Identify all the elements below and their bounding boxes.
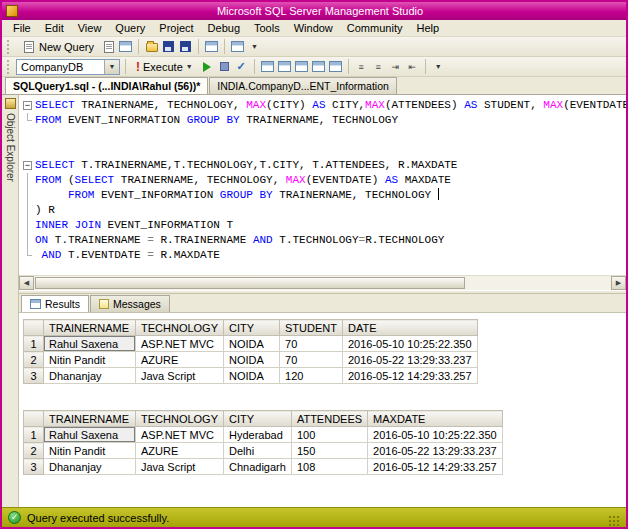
grid-cell[interactable]: NOIDA — [224, 336, 280, 352]
grid-row-number[interactable]: 3 — [24, 459, 44, 475]
toolbar-options-icon[interactable]: ▼ — [431, 59, 446, 74]
grid-column-header[interactable]: TRAINERNAME — [44, 320, 136, 336]
grid-cell[interactable]: 2016-05-10 10:25:22.350 — [368, 427, 503, 443]
grid-cell[interactable]: ASP.NET MVC — [136, 336, 224, 352]
sql-editor[interactable]: −SELECT TRAINERNAME, TECHNOLOGY, MAX(CIT… — [19, 95, 626, 275]
menu-item-project[interactable]: Project — [152, 21, 200, 35]
grid-cell[interactable]: 120 — [280, 368, 343, 384]
grid-cell[interactable]: Java Script — [136, 368, 224, 384]
menu-item-file[interactable]: File — [6, 21, 38, 35]
results-to-text-icon[interactable] — [260, 59, 275, 74]
grid-cell[interactable]: ASP.NET MVC — [136, 427, 224, 443]
results-to-file-icon[interactable] — [294, 59, 309, 74]
analysis-query-icon[interactable] — [118, 39, 133, 54]
execute-button[interactable]: ! Execute ▼ — [131, 58, 198, 76]
parse-check-icon[interactable]: ✓ — [234, 59, 249, 74]
menu-item-debug[interactable]: Debug — [201, 21, 247, 35]
grid-cell[interactable]: Dhananjay — [44, 459, 136, 475]
menu-item-tools[interactable]: Tools — [247, 21, 287, 35]
grid-cell[interactable]: NOIDA — [224, 352, 280, 368]
resize-grip[interactable] — [608, 515, 620, 527]
title-bar[interactable]: Microsoft SQL Server Management Studio — [2, 2, 626, 20]
grid-cell[interactable]: 2016-05-12 14:29:33.257 — [368, 459, 503, 475]
grid-cell[interactable]: 70 — [280, 352, 343, 368]
grid-column-header[interactable]: MAXDATE — [368, 411, 503, 427]
grid-row-number[interactable]: 1 — [24, 336, 44, 352]
results-to-grid-icon[interactable] — [277, 59, 292, 74]
grid-row-number[interactable]: 1 — [24, 427, 44, 443]
scrollbar-thumb[interactable] — [35, 277, 465, 289]
grid-column-header[interactable]: STUDENT — [280, 320, 343, 336]
grid-column-header[interactable]: TECHNOLOGY — [136, 411, 224, 427]
tab-results[interactable]: Results — [21, 295, 89, 312]
grid-cell[interactable]: Rahul Saxena — [44, 427, 136, 443]
include-statistics-icon[interactable] — [328, 59, 343, 74]
uncomment-icon[interactable]: ≡ — [371, 59, 386, 74]
show-plan-icon[interactable] — [311, 59, 326, 74]
grid-cell[interactable]: Delhi — [224, 443, 292, 459]
menu-item-view[interactable]: View — [71, 21, 109, 35]
menu-item-window[interactable]: Window — [287, 21, 340, 35]
comment-icon[interactable]: ≡ — [354, 59, 369, 74]
grid-cell[interactable]: 2016-05-10 10:25:22.350 — [342, 336, 477, 352]
grid-cell[interactable]: 100 — [291, 427, 367, 443]
grid-cell[interactable]: Nitin Pandit — [44, 443, 136, 459]
grid-row-number[interactable]: 2 — [24, 352, 44, 368]
object-explorer-tab[interactable]: Object Explorer — [2, 95, 19, 507]
fold-collapse-icon[interactable]: − — [21, 98, 35, 113]
chevron-down-icon[interactable]: ▼ — [104, 60, 119, 74]
menu-item-edit[interactable]: Edit — [38, 21, 71, 35]
grid-cell[interactable]: 150 — [291, 443, 367, 459]
database-engine-query-icon[interactable] — [101, 39, 116, 54]
code-text: FROM EVENT_INFORMATION GROUP BY TRAINERN… — [35, 188, 439, 203]
grid-row-number[interactable]: 3 — [24, 368, 44, 384]
grid-row-number[interactable]: 2 — [24, 443, 44, 459]
grid-cell[interactable]: Nitin Pandit — [44, 352, 136, 368]
toolbar-grip[interactable] — [7, 60, 11, 74]
scroll-right-icon[interactable]: ▶ — [611, 276, 626, 290]
tab-messages[interactable]: Messages — [90, 295, 170, 312]
grid-column-header[interactable]: CITY — [224, 411, 292, 427]
document-tab[interactable]: INDIA.CompanyD...ENT_Information — [209, 77, 397, 94]
save-icon[interactable] — [161, 39, 176, 54]
grid-corner-header[interactable] — [24, 320, 44, 336]
toolbar-grip[interactable] — [7, 40, 11, 54]
scroll-left-icon[interactable]: ◀ — [19, 276, 34, 290]
menu-item-community[interactable]: Community — [340, 21, 410, 35]
menu-item-help[interactable]: Help — [409, 21, 446, 35]
document-tab[interactable]: SQLQuery1.sql - (...INDIA\Rahul (56))* — [5, 77, 208, 94]
grid-cell[interactable]: 2016-05-22 13:29:33.237 — [368, 443, 503, 459]
fold-collapse-icon[interactable]: − — [21, 158, 35, 173]
activity-monitor-icon[interactable] — [230, 39, 245, 54]
grid-cell[interactable]: 2016-05-12 14:29:33.257 — [342, 368, 477, 384]
grid-column-header[interactable]: DATE — [342, 320, 477, 336]
grid-cell[interactable]: Rahul Saxena — [44, 336, 136, 352]
debug-play-icon[interactable] — [200, 59, 215, 74]
grid-cell[interactable]: Hyderabad — [224, 427, 292, 443]
grid-cell[interactable]: 2016-05-22 13:29:33.237 — [342, 352, 477, 368]
grid-cell[interactable]: 70 — [280, 336, 343, 352]
grid-cell[interactable]: Dhananjay — [44, 368, 136, 384]
grid-cell[interactable]: Java Script — [136, 459, 224, 475]
database-selector[interactable]: CompanyDB ▼ — [16, 59, 120, 75]
menu-item-query[interactable]: Query — [108, 21, 152, 35]
grid-corner-header[interactable] — [24, 411, 44, 427]
grid-cell[interactable]: Chnadigarh — [224, 459, 292, 475]
stop-icon[interactable] — [217, 59, 232, 74]
grid-column-header[interactable]: CITY — [224, 320, 280, 336]
grid-cell[interactable]: 108 — [291, 459, 367, 475]
indent-icon[interactable]: ⇥ — [388, 59, 403, 74]
grid-column-header[interactable]: TECHNOLOGY — [136, 320, 224, 336]
new-query-button[interactable]: New Query — [16, 37, 99, 56]
toolbar-options-icon[interactable]: ▼ — [247, 39, 262, 54]
outdent-icon[interactable]: ⇤ — [405, 59, 420, 74]
grid-cell[interactable]: NOIDA — [224, 368, 280, 384]
save-all-icon[interactable] — [178, 39, 193, 54]
grid-column-header[interactable]: ATTENDEES — [291, 411, 367, 427]
open-file-icon[interactable] — [144, 39, 159, 54]
grid-cell[interactable]: AZURE — [136, 443, 224, 459]
grid-cell[interactable]: AZURE — [136, 352, 224, 368]
editor-horizontal-scrollbar[interactable]: ◀ ▶ — [19, 275, 626, 290]
grid-column-header[interactable]: TRAINERNAME — [44, 411, 136, 427]
print-icon[interactable] — [204, 39, 219, 54]
